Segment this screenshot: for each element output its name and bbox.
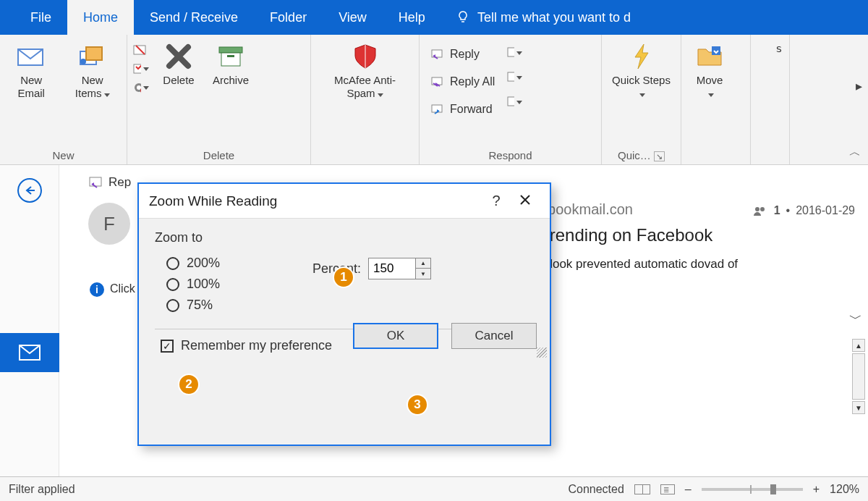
group-quick-launcher[interactable]: ↘ (654, 151, 665, 161)
zoom-out-button[interactable]: – (685, 483, 692, 496)
svg-rect-25 (90, 177, 101, 186)
message-from: ebookmail.con (540, 201, 843, 218)
meeting-reply-icon[interactable] (506, 45, 522, 61)
message-subject: Trending on Facebook (540, 225, 843, 245)
zoom-slider[interactable] (702, 488, 803, 491)
svg-rect-19 (508, 72, 514, 81)
forward-button[interactable]: Forward (425, 100, 499, 119)
tab-home[interactable]: Home (67, 0, 134, 35)
reply-icon (88, 176, 104, 189)
view-reading-button[interactable]: ≣ (660, 484, 675, 494)
tab-send-receive[interactable]: Send / Receive (134, 0, 254, 35)
zoom-in-button[interactable]: + (813, 483, 820, 496)
reply-action-link[interactable]: Rep (88, 175, 131, 190)
shield-icon (351, 42, 380, 71)
group-quick-label: Quic… ↘ (608, 148, 675, 163)
im-reply-icon[interactable] (506, 70, 522, 85)
zoom-200-label: 200% (187, 256, 220, 271)
new-email-button[interactable]: New Email (6, 39, 56, 103)
scroll-up-button[interactable]: ▲ (852, 339, 865, 352)
zoom-75-radio[interactable]: 75% (155, 295, 534, 316)
chevron-down-icon (378, 93, 383, 97)
more-respond-icon[interactable] (506, 94, 522, 110)
scroll-track[interactable] (852, 353, 865, 400)
reply-all-icon (430, 74, 446, 90)
left-navigation (0, 165, 59, 476)
svg-point-8 (137, 85, 141, 90)
view-normal-button[interactable] (634, 484, 650, 494)
percent-input[interactable] (369, 258, 415, 279)
reply-action-label: Rep (109, 175, 131, 190)
scroll-down-button[interactable]: ▼ (852, 401, 865, 414)
forward-label: Forward (450, 103, 493, 116)
archive-icon (216, 42, 245, 71)
new-email-icon (17, 42, 46, 71)
back-button[interactable] (17, 178, 42, 203)
ribbon-overflow[interactable]: ꜱ (757, 39, 801, 58)
chevron-down-icon (104, 93, 110, 97)
dialog-close-button[interactable] (511, 193, 540, 209)
chevron-down-icon (516, 76, 522, 80)
tab-view[interactable]: View (323, 0, 383, 35)
cleanup-stack (133, 39, 149, 96)
svg-point-3 (80, 59, 86, 64)
cancel-button[interactable]: Cancel (451, 323, 537, 349)
tell-me-search[interactable]: Tell me what you want to d (441, 0, 631, 35)
mcafee-antispam-button[interactable]: McAfee Anti-Spam (317, 39, 413, 103)
message-scroll: ▲ ▼ (852, 339, 865, 414)
zoom-level[interactable]: 120% (830, 483, 859, 496)
cleanup-icon[interactable] (133, 61, 149, 77)
chevron-down-icon (708, 93, 714, 97)
info-icon: i (90, 282, 104, 297)
tab-folder[interactable]: Folder (254, 0, 323, 35)
close-icon (519, 194, 531, 206)
status-connected: Connected (568, 483, 624, 496)
reply-all-button[interactable]: Reply All (425, 72, 499, 91)
mcafee-label: McAfee Anti-Spam (321, 74, 409, 100)
ribbon-more-icon[interactable]: ▸ (856, 78, 862, 94)
zoom-75-label: 75% (187, 298, 213, 313)
reply-icon (430, 46, 446, 62)
percent-step-down[interactable]: ▼ (416, 269, 430, 279)
dialog-help-button[interactable]: ? (482, 193, 511, 209)
quick-steps-label: Quick Steps (612, 74, 671, 100)
delete-button[interactable]: Delete (156, 39, 201, 90)
zoom-slider-thumb[interactable] (770, 484, 776, 494)
chevron-down-icon (516, 101, 522, 104)
tab-help[interactable]: Help (383, 0, 441, 35)
archive-button[interactable]: Archive (208, 39, 253, 90)
expand-header-icon[interactable]: ﹀ (849, 310, 862, 327)
svg-rect-2 (86, 47, 102, 60)
percent-step-up[interactable]: ▲ (416, 258, 430, 269)
dialog-titlebar: Zoom While Reading ? (139, 184, 550, 219)
status-filter: Filter applied (9, 483, 75, 496)
reply-label: Reply (450, 48, 480, 61)
lightbulb-icon (456, 10, 470, 25)
arrow-left-icon (24, 185, 35, 195)
new-items-icon (78, 42, 107, 71)
radio-icon (166, 278, 179, 291)
svg-rect-17 (508, 48, 514, 56)
ignore-icon[interactable] (133, 42, 149, 58)
ok-button[interactable]: OK (353, 323, 438, 349)
radio-icon (166, 299, 179, 312)
tab-file[interactable]: File (14, 0, 67, 35)
svg-rect-12 (221, 53, 240, 66)
new-email-label: New Email (10, 74, 52, 100)
quick-steps-button[interactable]: Quick Steps (608, 39, 675, 103)
collapse-ribbon-icon[interactable]: ︿ (849, 145, 861, 160)
mail-nav-button[interactable] (0, 333, 59, 372)
checkbox-icon: ✓ (161, 340, 174, 353)
new-items-label: New Items (68, 74, 116, 100)
chevron-down-icon (639, 93, 645, 97)
group-delete-label: Delete (133, 148, 305, 163)
new-items-button[interactable]: New Items (64, 39, 121, 103)
forward-icon (430, 101, 446, 117)
reply-button[interactable]: Reply (425, 45, 499, 64)
dialog-resize-grip[interactable] (537, 348, 547, 358)
delete-icon (164, 42, 193, 71)
junk-icon[interactable] (133, 80, 149, 96)
callout-3: 3 (407, 394, 428, 416)
zoom-100-label: 100% (187, 277, 220, 292)
move-button[interactable]: Move (687, 39, 732, 103)
